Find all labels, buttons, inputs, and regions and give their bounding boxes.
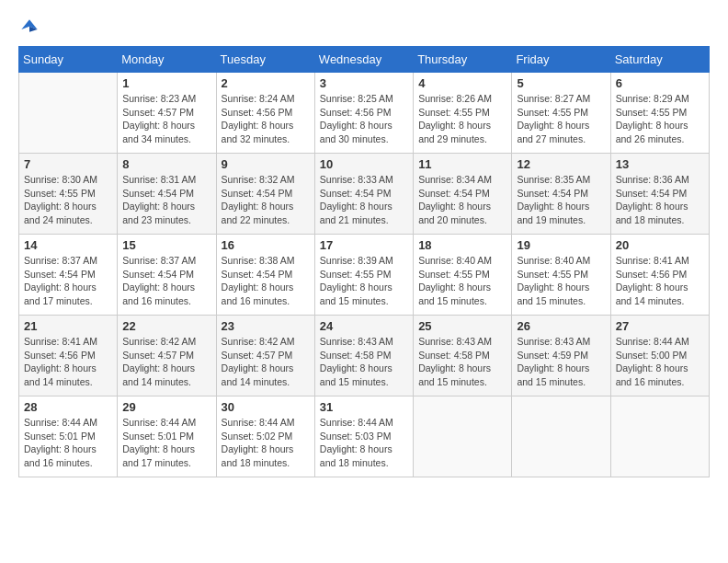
day-detail: Sunrise: 8:31 AMSunset: 4:54 PMDaylight:… [122, 173, 210, 227]
day-number: 9 [222, 157, 310, 171]
day-detail: Sunrise: 8:41 AMSunset: 4:56 PMDaylight:… [24, 335, 112, 389]
day-detail: Sunrise: 8:23 AMSunset: 4:57 PMDaylight:… [122, 92, 210, 146]
day-detail: Sunrise: 8:36 AMSunset: 4:54 PMDaylight:… [616, 173, 704, 227]
day-number: 17 [320, 238, 408, 252]
day-detail: Sunrise: 8:40 AMSunset: 4:55 PMDaylight:… [517, 254, 605, 308]
day-detail: Sunrise: 8:32 AMSunset: 4:54 PMDaylight:… [222, 173, 310, 227]
calendar-cell [414, 396, 512, 477]
calendar-cell: 5Sunrise: 8:27 AMSunset: 4:55 PMDaylight… [512, 73, 610, 154]
calendar-cell: 19Sunrise: 8:40 AMSunset: 4:55 PMDayligh… [512, 235, 610, 316]
calendar-week-row: 1Sunrise: 8:23 AMSunset: 4:57 PMDaylight… [19, 73, 710, 154]
day-number: 26 [517, 319, 605, 333]
day-detail: Sunrise: 8:35 AMSunset: 4:54 PMDaylight:… [517, 173, 605, 227]
day-number: 6 [616, 76, 704, 90]
day-number: 13 [616, 157, 704, 171]
calendar-cell: 16Sunrise: 8:38 AMSunset: 4:54 PMDayligh… [216, 235, 314, 316]
calendar-cell: 25Sunrise: 8:43 AMSunset: 4:58 PMDayligh… [414, 316, 512, 396]
day-detail: Sunrise: 8:26 AMSunset: 4:55 PMDaylight:… [418, 92, 506, 146]
page-header [18, 18, 710, 37]
day-detail: Sunrise: 8:37 AMSunset: 4:54 PMDaylight:… [122, 254, 210, 308]
day-number: 3 [320, 76, 408, 90]
calendar-cell: 23Sunrise: 8:42 AMSunset: 4:57 PMDayligh… [216, 316, 314, 396]
day-number: 18 [418, 238, 506, 252]
calendar-cell: 7Sunrise: 8:30 AMSunset: 4:55 PMDaylight… [19, 154, 118, 235]
day-number: 30 [222, 400, 310, 414]
day-number: 4 [418, 76, 506, 90]
calendar-cell: 30Sunrise: 8:44 AMSunset: 5:02 PMDayligh… [216, 396, 314, 477]
calendar-cell: 3Sunrise: 8:25 AMSunset: 4:56 PMDaylight… [314, 73, 413, 154]
logo-bird-icon [20, 18, 39, 37]
column-header-wednesday: Wednesday [314, 47, 413, 73]
day-number: 29 [122, 400, 210, 414]
calendar-cell: 11Sunrise: 8:34 AMSunset: 4:54 PMDayligh… [414, 154, 512, 235]
day-detail: Sunrise: 8:44 AMSunset: 5:01 PMDaylight:… [24, 416, 112, 470]
day-number: 20 [616, 238, 704, 252]
calendar-week-row: 7Sunrise: 8:30 AMSunset: 4:55 PMDaylight… [19, 154, 710, 235]
day-number: 1 [122, 76, 210, 90]
day-number: 25 [418, 319, 506, 333]
day-number: 23 [222, 319, 310, 333]
calendar-cell: 27Sunrise: 8:44 AMSunset: 5:00 PMDayligh… [610, 316, 709, 396]
day-detail: Sunrise: 8:29 AMSunset: 4:55 PMDaylight:… [616, 92, 704, 146]
calendar-cell: 31Sunrise: 8:44 AMSunset: 5:03 PMDayligh… [314, 396, 413, 477]
day-number: 12 [517, 157, 605, 171]
day-detail: Sunrise: 8:44 AMSunset: 5:00 PMDaylight:… [616, 335, 704, 389]
calendar-cell: 29Sunrise: 8:44 AMSunset: 5:01 PMDayligh… [118, 396, 216, 477]
day-detail: Sunrise: 8:30 AMSunset: 4:55 PMDaylight:… [24, 173, 112, 227]
day-detail: Sunrise: 8:24 AMSunset: 4:56 PMDaylight:… [222, 92, 310, 146]
calendar-cell: 4Sunrise: 8:26 AMSunset: 4:55 PMDaylight… [414, 73, 512, 154]
day-number: 15 [122, 238, 210, 252]
day-detail: Sunrise: 8:43 AMSunset: 4:58 PMDaylight:… [320, 335, 408, 389]
calendar-header-row: SundayMondayTuesdayWednesdayThursdayFrid… [19, 47, 710, 73]
calendar-cell [19, 73, 118, 154]
column-header-sunday: Sunday [19, 47, 118, 73]
day-detail: Sunrise: 8:39 AMSunset: 4:55 PMDaylight:… [320, 254, 408, 308]
column-header-saturday: Saturday [610, 47, 709, 73]
calendar-cell: 6Sunrise: 8:29 AMSunset: 4:55 PMDaylight… [610, 73, 709, 154]
calendar-cell: 24Sunrise: 8:43 AMSunset: 4:58 PMDayligh… [314, 316, 413, 396]
calendar-cell: 18Sunrise: 8:40 AMSunset: 4:55 PMDayligh… [414, 235, 512, 316]
calendar-week-row: 21Sunrise: 8:41 AMSunset: 4:56 PMDayligh… [19, 316, 710, 396]
column-header-friday: Friday [512, 47, 610, 73]
day-number: 22 [122, 319, 210, 333]
day-detail: Sunrise: 8:40 AMSunset: 4:55 PMDaylight:… [418, 254, 506, 308]
calendar-cell: 22Sunrise: 8:42 AMSunset: 4:57 PMDayligh… [118, 316, 216, 396]
calendar-cell: 1Sunrise: 8:23 AMSunset: 4:57 PMDaylight… [118, 73, 216, 154]
day-detail: Sunrise: 8:34 AMSunset: 4:54 PMDaylight:… [418, 173, 506, 227]
day-detail: Sunrise: 8:43 AMSunset: 4:59 PMDaylight:… [517, 335, 605, 389]
calendar-cell: 9Sunrise: 8:32 AMSunset: 4:54 PMDaylight… [216, 154, 314, 235]
day-detail: Sunrise: 8:33 AMSunset: 4:54 PMDaylight:… [320, 173, 408, 227]
day-detail: Sunrise: 8:44 AMSunset: 5:01 PMDaylight:… [122, 416, 210, 470]
calendar-cell: 12Sunrise: 8:35 AMSunset: 4:54 PMDayligh… [512, 154, 610, 235]
calendar-cell [610, 396, 709, 477]
day-detail: Sunrise: 8:38 AMSunset: 4:54 PMDaylight:… [222, 254, 310, 308]
day-detail: Sunrise: 8:44 AMSunset: 5:02 PMDaylight:… [222, 416, 310, 470]
day-detail: Sunrise: 8:44 AMSunset: 5:03 PMDaylight:… [320, 416, 408, 470]
day-number: 10 [320, 157, 408, 171]
calendar-cell: 13Sunrise: 8:36 AMSunset: 4:54 PMDayligh… [610, 154, 709, 235]
calendar-cell: 2Sunrise: 8:24 AMSunset: 4:56 PMDaylight… [216, 73, 314, 154]
day-detail: Sunrise: 8:25 AMSunset: 4:56 PMDaylight:… [320, 92, 408, 146]
calendar-cell: 10Sunrise: 8:33 AMSunset: 4:54 PMDayligh… [314, 154, 413, 235]
day-number: 14 [24, 238, 112, 252]
column-header-thursday: Thursday [414, 47, 512, 73]
day-detail: Sunrise: 8:42 AMSunset: 4:57 PMDaylight:… [122, 335, 210, 389]
day-number: 5 [517, 76, 605, 90]
column-header-tuesday: Tuesday [216, 47, 314, 73]
calendar-cell: 14Sunrise: 8:37 AMSunset: 4:54 PMDayligh… [19, 235, 118, 316]
day-detail: Sunrise: 8:37 AMSunset: 4:54 PMDaylight:… [24, 254, 112, 308]
logo [18, 18, 40, 37]
calendar-table: SundayMondayTuesdayWednesdayThursdayFrid… [18, 46, 710, 477]
calendar-cell: 8Sunrise: 8:31 AMSunset: 4:54 PMDaylight… [118, 154, 216, 235]
day-number: 19 [517, 238, 605, 252]
day-number: 24 [320, 319, 408, 333]
calendar-cell: 15Sunrise: 8:37 AMSunset: 4:54 PMDayligh… [118, 235, 216, 316]
calendar-cell: 21Sunrise: 8:41 AMSunset: 4:56 PMDayligh… [19, 316, 118, 396]
day-detail: Sunrise: 8:41 AMSunset: 4:56 PMDaylight:… [616, 254, 704, 308]
day-number: 31 [320, 400, 408, 414]
calendar-body: 1Sunrise: 8:23 AMSunset: 4:57 PMDaylight… [19, 73, 710, 477]
calendar-week-row: 28Sunrise: 8:44 AMSunset: 5:01 PMDayligh… [19, 396, 710, 477]
day-detail: Sunrise: 8:42 AMSunset: 4:57 PMDaylight:… [222, 335, 310, 389]
day-number: 8 [122, 157, 210, 171]
day-number: 21 [24, 319, 112, 333]
